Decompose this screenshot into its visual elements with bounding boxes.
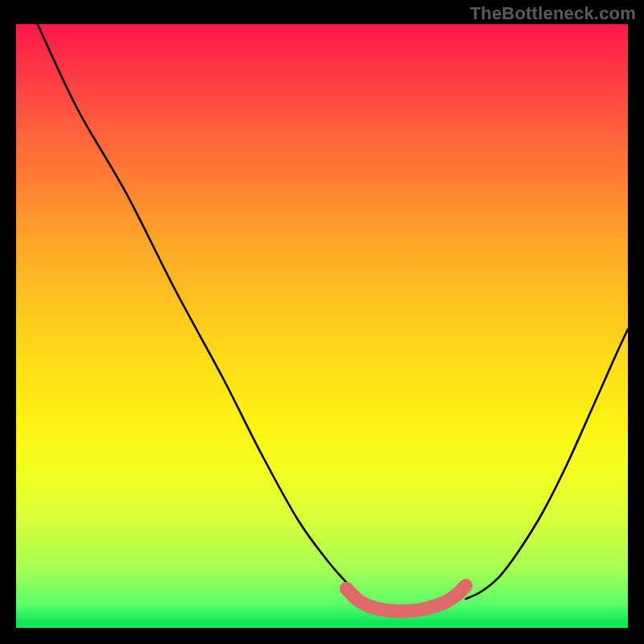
chart-svg [16,24,628,628]
plot-area [16,24,628,628]
right-curve [466,329,628,599]
chart-stage: TheBottleneck.com [0,0,644,644]
marker-strip [346,586,465,612]
watermark-text: TheBottleneck.com [470,3,636,24]
left-curve [38,24,390,610]
